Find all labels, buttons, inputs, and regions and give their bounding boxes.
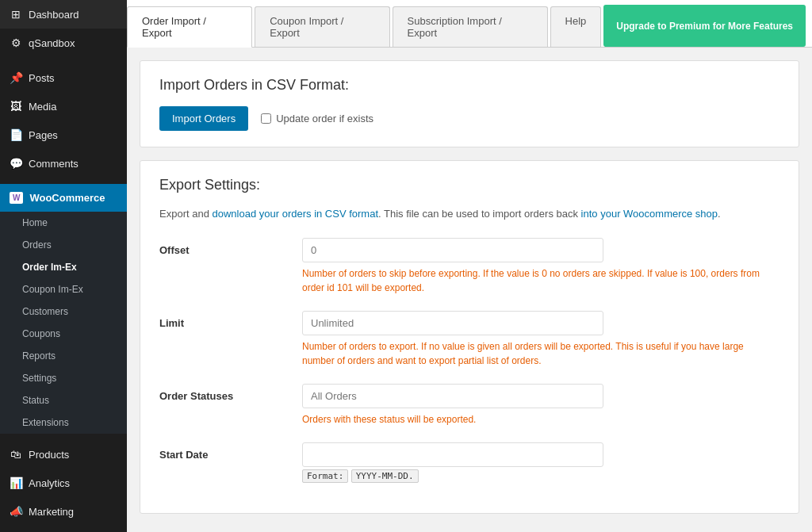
sidebar-item-orders[interactable]: Orders [0, 234, 127, 256]
sidebar-item-label: Products [29, 449, 69, 461]
shop-link[interactable]: into your Woocommerce shop [581, 208, 718, 220]
limit-label: Limit [159, 311, 286, 329]
offset-input[interactable] [302, 238, 603, 262]
sidebar-item-marketing[interactable]: 📣 Marketing [0, 497, 127, 526]
sidebar: ⊞ Dashboard ⚙ qSandbox 📌 Posts 🖼 Media 📄… [0, 0, 127, 532]
sidebar-item-products[interactable]: 🛍 Products [0, 440, 127, 469]
order-statuses-field-row: Order Statuses Orders with these status … [159, 384, 779, 427]
coupon-im-ex-label: Coupon Im-Ex [22, 284, 83, 295]
sidebar-item-extensions[interactable]: Extensions [0, 411, 127, 434]
marketing-icon: 📣 [10, 505, 22, 518]
sidebar-item-label: Comments [29, 158, 79, 170]
sidebar-item-label: Dashboard [29, 9, 79, 21]
sidebar-item-home[interactable]: Home [0, 212, 127, 234]
sidebar-item-order-im-ex[interactable]: Order Im-Ex ◀ [0, 256, 127, 278]
sidebar-item-coupons[interactable]: Coupons [0, 323, 127, 345]
sidebar-item-media[interactable]: 🖼 Media [0, 92, 127, 121]
sidebar-item-pages[interactable]: 📄 Pages [0, 121, 127, 149]
extensions-label: Extensions [22, 417, 69, 428]
reports-label: Reports [22, 350, 56, 362]
customers-label: Customers [22, 306, 68, 317]
woo-submenu: Home Orders Order Im-Ex ◀ Coupon Im-Ex C… [0, 212, 127, 434]
offset-label: Offset [159, 238, 286, 256]
import-orders-button[interactable]: Import Orders [159, 106, 248, 131]
tab-order-import-export[interactable]: Order Import / Export [127, 6, 252, 48]
limit-hint: Number of orders to export. If no value … [302, 339, 762, 368]
import-card: Import Orders in CSV Format: Import Orde… [140, 60, 799, 147]
media-icon: 🖼 [10, 100, 22, 113]
content-area: Import Orders in CSV Format: Import Orde… [127, 48, 812, 532]
limit-input[interactable] [302, 311, 603, 335]
home-label: Home [22, 217, 48, 228]
sidebar-item-posts[interactable]: 📌 Posts [0, 63, 127, 92]
sidebar-item-qsandbox[interactable]: ⚙ qSandbox [0, 29, 127, 57]
sidebar-item-label: Analytics [29, 477, 70, 489]
main-area: Order Import / Export Coupon Import / Ex… [127, 0, 812, 532]
format-value: YYYY-MM-DD. [351, 469, 419, 483]
woocommerce-label: WooCommerce [29, 192, 105, 204]
coupons-label: Coupons [22, 328, 60, 339]
analytics-icon: 📊 [10, 477, 22, 489]
export-description: Export and download your orders in CSV f… [159, 206, 779, 222]
orders-label: Orders [22, 239, 52, 251]
export-title: Export Settings: [159, 177, 779, 193]
start-date-field-row: Start Date Format: YYYY-MM-DD. [159, 442, 779, 481]
sidebar-item-dashboard[interactable]: ⊞ Dashboard [0, 0, 127, 29]
settings-label: Settings [22, 373, 56, 384]
dashboard-icon: ⊞ [10, 8, 22, 21]
order-im-ex-label: Order Im-Ex [22, 262, 77, 273]
pages-icon: 📄 [10, 128, 22, 141]
status-label: Status [22, 395, 49, 406]
sidebar-item-status[interactable]: Status [0, 389, 127, 411]
order-statuses-hint: Orders with these status will be exporte… [302, 412, 762, 427]
tab-help[interactable]: Help [550, 6, 602, 47]
order-statuses-control: Orders with these status will be exporte… [302, 384, 779, 427]
products-icon: 🛍 [10, 448, 22, 461]
start-date-label: Start Date [159, 442, 286, 461]
sidebar-item-label: Marketing [29, 506, 74, 518]
sidebar-item-appearance[interactable]: 🎨 Appearance [0, 526, 127, 532]
offset-control: Number of orders to skip before exportin… [302, 238, 779, 295]
tabs-bar: Order Import / Export Coupon Import / Ex… [127, 0, 812, 48]
offset-field-row: Offset Number of orders to skip before e… [159, 238, 779, 295]
start-date-format-hint: Format: YYYY-MM-DD. [302, 470, 779, 481]
tab-subscription-import-export[interactable]: Subscription Import / Export [393, 6, 548, 47]
update-order-checkbox[interactable] [261, 113, 271, 124]
import-row: Import Orders Update order if exists [159, 106, 779, 131]
upgrade-button[interactable]: Upgrade to Premium for More Features [603, 5, 806, 47]
start-date-control: Format: YYYY-MM-DD. [302, 442, 779, 481]
start-date-input[interactable] [302, 442, 603, 467]
comments-icon: 💬 [10, 157, 22, 170]
order-statuses-label: Order Statuses [159, 384, 286, 402]
gear-icon: ⚙ [10, 36, 22, 49]
sidebar-item-label: Media [29, 101, 56, 113]
sidebar-woocommerce[interactable]: W WooCommerce [0, 184, 127, 212]
export-card: Export Settings: Export and download you… [140, 160, 799, 514]
tab-coupon-import-export[interactable]: Coupon Import / Export [255, 6, 389, 47]
sidebar-item-label: Posts [29, 72, 55, 84]
update-order-label: Update order if exists [276, 113, 373, 124]
sidebar-item-label: Pages [29, 129, 58, 141]
sidebar-item-settings[interactable]: Settings [0, 367, 127, 389]
update-order-checkbox-label[interactable]: Update order if exists [261, 113, 373, 124]
limit-control: Number of orders to export. If no value … [302, 311, 779, 368]
sidebar-item-comments[interactable]: 💬 Comments [0, 149, 127, 178]
import-title: Import Orders in CSV Format: [159, 77, 779, 94]
download-link[interactable]: download your orders in CSV format [213, 208, 379, 220]
sidebar-item-reports[interactable]: Reports [0, 345, 127, 367]
sidebar-item-label: qSandbox [29, 37, 75, 49]
limit-field-row: Limit Number of orders to export. If no … [159, 311, 779, 368]
sidebar-item-coupon-im-ex[interactable]: Coupon Im-Ex [0, 278, 127, 300]
offset-hint: Number of orders to skip before exportin… [302, 266, 762, 295]
woo-icon: W [10, 192, 23, 204]
sidebar-item-analytics[interactable]: 📊 Analytics [0, 469, 127, 497]
order-statuses-input[interactable] [302, 384, 603, 408]
sidebar-item-customers[interactable]: Customers [0, 300, 127, 323]
posts-icon: 📌 [10, 71, 22, 84]
